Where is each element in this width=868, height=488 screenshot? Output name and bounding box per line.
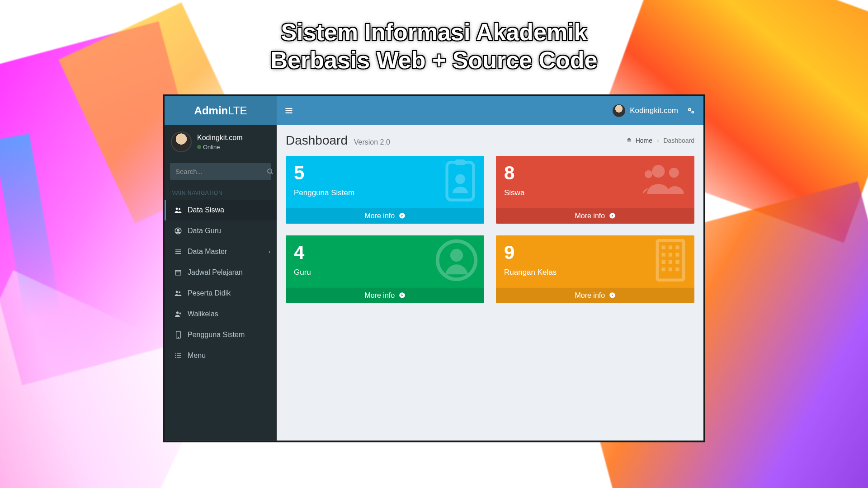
sidebar-item-label: Menu	[188, 352, 206, 360]
svg-point-18	[175, 353, 176, 354]
page-title: Dashboard Version 2.0	[286, 133, 390, 148]
sidebar-item-peserta-didik[interactable]: Peserta Didik	[165, 283, 277, 304]
sidebar-user-status: Online	[197, 143, 243, 150]
search-button[interactable]	[267, 168, 274, 175]
svg-line-1	[271, 172, 273, 174]
overlay-title: Sistem Informasi Akademik Berbasis Web +…	[271, 18, 598, 75]
svg-rect-23	[177, 357, 181, 357]
svg-rect-46	[662, 253, 665, 257]
sidebar-item-label: Data Guru	[188, 227, 221, 235]
more-info-link[interactable]: More info	[286, 208, 484, 224]
svg-rect-54	[675, 267, 679, 271]
bars-icon	[285, 107, 293, 115]
status-dot-icon	[197, 145, 201, 149]
app-window: AdminLTE Kodingkit.com Online MAIN	[163, 94, 705, 442]
svg-point-20	[175, 355, 176, 356]
svg-point-22	[175, 357, 176, 358]
logo[interactable]: AdminLTE	[165, 96, 277, 125]
svg-rect-21	[177, 355, 181, 356]
sidebar-item-jadwal-pelajaran[interactable]: Jadwal Pelajaran	[165, 262, 277, 283]
svg-point-33	[455, 174, 465, 184]
control-sidebar-toggle[interactable]	[686, 106, 695, 115]
sidebar-item-label: Data Siswa	[188, 206, 224, 214]
breadcrumb-current: Dashboard	[664, 137, 695, 144]
svg-rect-25	[286, 110, 292, 111]
sidebar: AdminLTE Kodingkit.com Online MAIN	[165, 96, 277, 441]
svg-point-0	[268, 169, 272, 173]
user-circle-icon	[173, 227, 183, 235]
arrow-circle-right-icon	[399, 291, 406, 299]
building-icon	[653, 239, 688, 282]
topbar-user-menu[interactable]: Kodingkit.com	[613, 104, 678, 117]
sidebar-item-label: Pengguna Sistem	[188, 331, 245, 339]
users-icon	[173, 206, 183, 214]
overlay-title-line2: Berbasis Web + Source Code	[271, 46, 598, 74]
svg-point-36	[669, 168, 679, 178]
stat-box-pengguna-sistem: 5 Pengguna Sistem More info	[286, 156, 484, 224]
more-info-link[interactable]: More info	[496, 208, 694, 224]
sidebar-item-pengguna-sistem[interactable]: Pengguna Sistem	[165, 324, 277, 345]
svg-rect-7	[175, 251, 181, 252]
svg-rect-52	[662, 267, 665, 271]
svg-point-37	[645, 170, 652, 178]
user-panel: Kodingkit.com Online	[165, 125, 277, 159]
users-icon	[643, 160, 688, 200]
menu-list-icon	[173, 352, 183, 359]
svg-rect-53	[669, 267, 672, 271]
sidebar-item-data-master[interactable]: Data Master ‹	[165, 241, 277, 262]
svg-rect-43	[662, 245, 665, 249]
users-icon	[173, 289, 183, 297]
svg-rect-50	[669, 260, 672, 264]
list-icon	[173, 248, 183, 255]
svg-rect-45	[675, 245, 679, 249]
sidebar-item-data-guru[interactable]: Data Guru	[165, 221, 277, 241]
svg-rect-51	[675, 260, 679, 264]
stat-box-siswa: 8 Siswa More info	[496, 156, 694, 224]
id-badge-icon	[443, 160, 478, 203]
stat-box-guru: 4 Guru More info	[286, 235, 484, 303]
sidebar-item-label: Peserta Didik	[188, 289, 231, 297]
sidebar-item-data-siswa[interactable]: Data Siswa	[165, 200, 277, 221]
svg-rect-48	[675, 253, 679, 257]
breadcrumb-home[interactable]: Home	[636, 137, 652, 144]
avatar	[613, 104, 625, 117]
tablet-icon	[173, 331, 183, 339]
sidebar-toggle-button[interactable]	[285, 107, 293, 115]
svg-rect-8	[175, 253, 181, 254]
logo-light: LTE	[228, 104, 247, 117]
svg-rect-47	[669, 253, 672, 257]
logo-bold: Admin	[194, 104, 228, 117]
sidebar-search	[165, 159, 277, 184]
sidebar-user-name: Kodingkit.com	[197, 133, 243, 141]
more-info-link[interactable]: More info	[286, 288, 484, 303]
user-circle-icon	[435, 239, 478, 282]
stat-box-ruangan-kelas: 9 Ruangan Kelas More info	[496, 235, 694, 303]
sidebar-item-label: Jadwal Pelajaran	[188, 268, 243, 277]
svg-point-2	[176, 208, 178, 210]
arrow-circle-right-icon	[399, 212, 406, 220]
breadcrumb: Home › Dashboard	[626, 137, 694, 144]
gears-icon	[686, 106, 695, 115]
chevron-left-icon: ‹	[269, 249, 270, 255]
calendar-icon	[173, 269, 183, 276]
svg-rect-49	[662, 260, 665, 264]
topbar: Kodingkit.com	[277, 96, 703, 125]
nav-header: MAIN NAVIGATION	[165, 184, 277, 200]
more-info-link[interactable]: More info	[496, 288, 694, 303]
sidebar-item-menu[interactable]: Menu	[165, 345, 277, 366]
sidebar-item-walikelas[interactable]: Walikelas	[165, 304, 277, 324]
content-body: 5 Pengguna Sistem More info 8 Siswa	[277, 151, 703, 308]
svg-point-5	[177, 229, 179, 231]
home-icon	[626, 137, 634, 144]
avatar[interactable]	[171, 131, 192, 152]
svg-rect-19	[177, 353, 181, 354]
user-plus-icon	[173, 310, 183, 318]
svg-point-14	[179, 291, 180, 293]
main-area: Kodingkit.com Dashboard Version 2.0 Home…	[277, 96, 703, 441]
svg-rect-24	[286, 108, 292, 109]
svg-point-3	[179, 208, 180, 210]
search-input[interactable]	[170, 163, 267, 180]
svg-rect-32	[455, 160, 465, 165]
svg-point-40	[450, 249, 463, 262]
svg-point-30	[692, 112, 693, 113]
